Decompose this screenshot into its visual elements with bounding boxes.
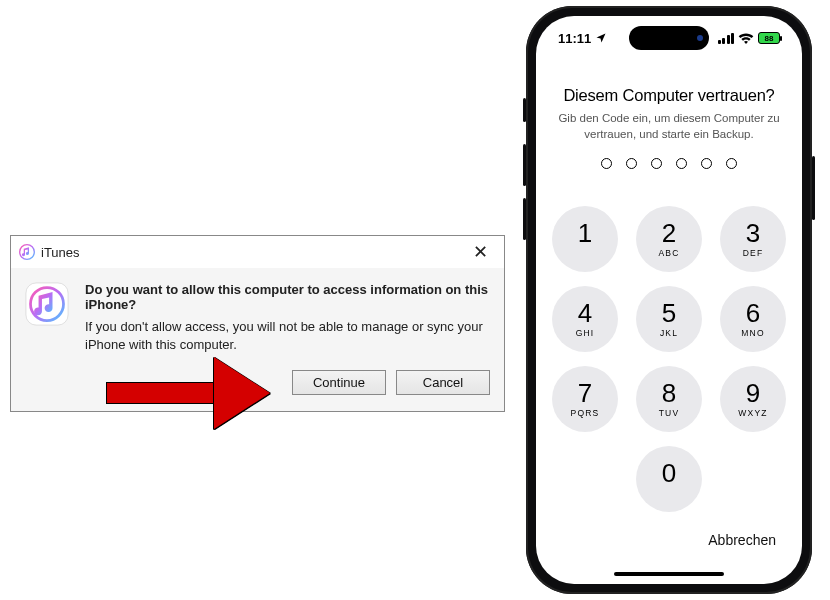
phone-screen: 11:11 88 Diesem Computer vertrauen? Gib … [536, 16, 802, 584]
key-letters: JKL [660, 328, 678, 338]
key-letters: MNO [741, 328, 764, 338]
key-letters: WXYZ [738, 408, 767, 418]
keypad-key-2[interactable]: 2ABC [636, 206, 702, 272]
pin-dot [701, 158, 712, 169]
close-icon[interactable]: ✕ [465, 241, 496, 263]
trust-title: Diesem Computer vertrauen? [556, 86, 782, 105]
key-digit: 9 [746, 380, 760, 406]
key-digit: 7 [578, 380, 592, 406]
keypad-cancel-button[interactable]: Abbrechen [708, 532, 776, 548]
cancel-button[interactable]: Cancel [396, 370, 490, 395]
dialog-description: If you don't allow access, you will not … [85, 318, 490, 354]
battery-icon: 88 [758, 32, 780, 44]
key-digit: 2 [662, 220, 676, 246]
key-digit: 0 [662, 460, 676, 486]
keypad-key-7[interactable]: 7PQRS [552, 366, 618, 432]
pin-dot [626, 158, 637, 169]
key-digit: 4 [578, 300, 592, 326]
dialog-heading: Do you want to allow this computer to ac… [85, 282, 490, 312]
iphone-device: 11:11 88 Diesem Computer vertrauen? Gib … [526, 6, 812, 594]
itunes-app-icon [25, 282, 69, 326]
itunes-icon [19, 244, 35, 260]
volume-down-button [523, 198, 526, 240]
key-digit: 6 [746, 300, 760, 326]
location-icon [595, 32, 607, 44]
itunes-trust-dialog: iTunes ✕ Do you want to allow this compu… [10, 235, 505, 412]
dialog-title: iTunes [41, 245, 80, 260]
keypad-key-5[interactable]: 5JKL [636, 286, 702, 352]
mute-switch [523, 98, 526, 122]
key-digit: 1 [578, 220, 592, 246]
status-time: 11:11 [558, 31, 591, 46]
key-letters: PQRS [571, 408, 600, 418]
keypad-key-6[interactable]: 6MNO [720, 286, 786, 352]
key-digit: 5 [662, 300, 676, 326]
pin-dot [676, 158, 687, 169]
keypad-key-1[interactable]: 1 [552, 206, 618, 272]
keypad-key-3[interactable]: 3DEF [720, 206, 786, 272]
key-letters: TUV [659, 408, 680, 418]
continue-button[interactable]: Continue [292, 370, 386, 395]
key-letters: GHI [576, 328, 595, 338]
pin-dot [601, 158, 612, 169]
svg-rect-1 [26, 283, 68, 325]
volume-up-button [523, 144, 526, 186]
signal-icon [718, 33, 735, 44]
key-letters: DEF [743, 248, 764, 258]
pin-dot [651, 158, 662, 169]
key-letters: ABC [658, 248, 679, 258]
dialog-titlebar: iTunes ✕ [11, 236, 504, 268]
keypad-key-8[interactable]: 8TUV [636, 366, 702, 432]
keypad-key-0[interactable]: 0 [636, 446, 702, 512]
pin-entry-dots [556, 158, 782, 169]
home-indicator [614, 572, 724, 577]
svg-point-0 [20, 245, 35, 260]
numeric-keypad: 12ABC3DEF4GHI5JKL6MNO7PQRS8TUV9WXYZ0 [536, 206, 802, 512]
key-digit: 8 [662, 380, 676, 406]
pin-dot [726, 158, 737, 169]
key-digit: 3 [746, 220, 760, 246]
keypad-key-9[interactable]: 9WXYZ [720, 366, 786, 432]
trust-subtitle: Gib den Code ein, um diesem Computer zu … [556, 111, 782, 142]
wifi-icon [738, 32, 754, 44]
power-button [812, 156, 815, 220]
keypad-key-4[interactable]: 4GHI [552, 286, 618, 352]
dynamic-island [629, 26, 709, 50]
